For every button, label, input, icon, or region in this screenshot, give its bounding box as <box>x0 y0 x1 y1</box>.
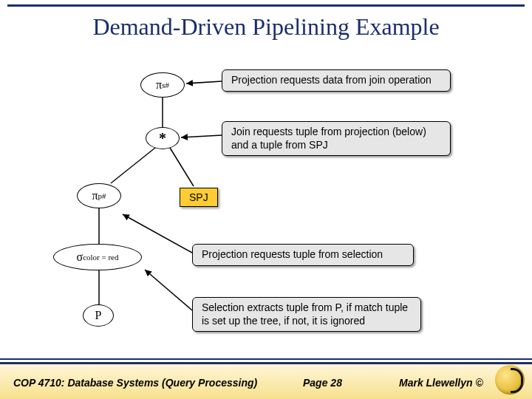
annotation-projection-selection: Projection requests tuple from selection <box>192 244 414 266</box>
top-rule <box>7 4 525 7</box>
node-join: * <box>146 127 180 149</box>
footer-band: COP 4710: Database Systems (Query Proces… <box>0 362 532 399</box>
pi-s-symbol: π <box>156 79 162 91</box>
annotation-projection-join: Projection requests data from join opera… <box>222 69 451 92</box>
node-sigma: σcolor = red <box>53 244 142 270</box>
pi-p-symbol: π <box>92 190 98 202</box>
svg-line-2 <box>123 214 192 253</box>
ucf-logo-icon <box>495 365 525 395</box>
diagram-area: πs# Projection requests data from join o… <box>0 59 532 355</box>
footer-rule <box>0 358 532 360</box>
node-pi-p: πp# <box>77 183 121 208</box>
sigma-subscript: color = red <box>83 253 118 262</box>
pi-p-subscript: p# <box>98 192 106 200</box>
footer-page: Page 28 <box>303 377 342 389</box>
annotation-selection-p: Selection extracts tuple from P, if matc… <box>192 297 421 332</box>
sigma-symbol: σ <box>77 251 83 263</box>
node-p: P <box>83 304 114 327</box>
pi-s-subscript: s# <box>162 81 169 89</box>
annotation-join: Join requests tuple from projection (bel… <box>222 121 451 156</box>
footer-course: COP 4710: Database Systems (Query Proces… <box>13 377 257 389</box>
slide-title: Demand-Driven Pipelining Example <box>0 13 532 41</box>
svg-line-6 <box>170 148 194 186</box>
node-pi-s: πs# <box>140 72 185 98</box>
svg-line-5 <box>111 148 155 183</box>
node-spj: SPJ <box>180 188 218 207</box>
svg-line-3 <box>145 270 192 310</box>
svg-line-1 <box>181 135 222 137</box>
footer-author: Mark Llewellyn © <box>399 377 483 389</box>
svg-line-0 <box>186 81 222 83</box>
